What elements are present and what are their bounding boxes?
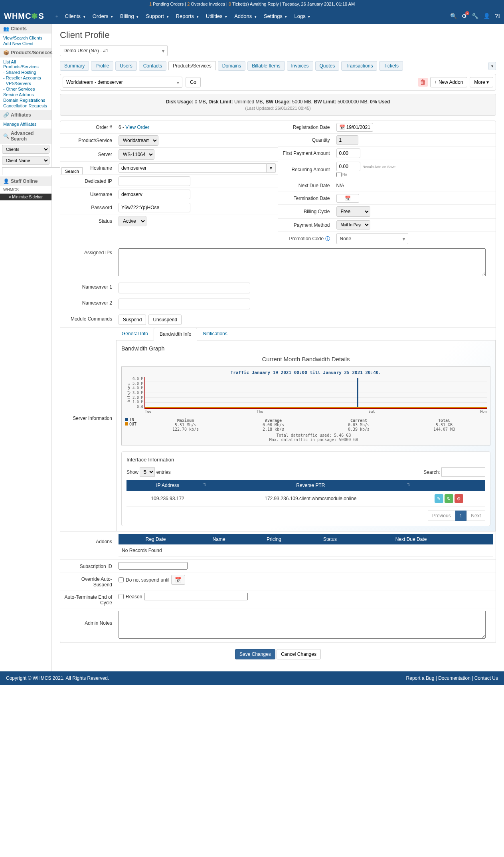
- hostname-dropdown[interactable]: ▾: [267, 163, 276, 173]
- delete-icon[interactable]: ⊘: [455, 494, 463, 503]
- quantity-input[interactable]: [336, 135, 358, 145]
- suspend-date-button[interactable]: 📅: [171, 575, 185, 585]
- cancel-button[interactable]: Cancel Changes: [277, 649, 321, 659]
- termination-date-button[interactable]: 📅: [336, 194, 359, 203]
- payment-method-select[interactable]: Mail In Payment: [336, 220, 370, 230]
- sidebar-link[interactable]: Manage Affiliates: [3, 121, 48, 127]
- tab-quotes[interactable]: Quotes: [315, 61, 340, 71]
- server-select[interactable]: WS-110648 (1/1 A: [119, 149, 154, 160]
- advanced-field-select[interactable]: Client Name: [2, 156, 49, 165]
- nameserver1-input[interactable]: [119, 283, 250, 293]
- nav-support[interactable]: Support ▾: [142, 9, 172, 23]
- nav-utilities[interactable]: Utilities ▾: [203, 9, 231, 23]
- advanced-type-select[interactable]: Clients: [2, 145, 49, 154]
- tab-profile[interactable]: Profile: [91, 61, 113, 71]
- col-actions: [413, 480, 485, 491]
- client-selector[interactable]: Demo User (NA) - #1: [60, 45, 168, 56]
- sidebar-link[interactable]: - Shared Hosting: [3, 69, 48, 75]
- nameserver2-input[interactable]: [119, 299, 250, 309]
- tab-invoices[interactable]: Invoices: [287, 61, 313, 71]
- page-1-button[interactable]: 1: [455, 511, 467, 521]
- sidebar-link[interactable]: - VPS/Servers: [3, 81, 48, 86]
- subtab-nitifications[interactable]: Nitifications: [197, 328, 233, 340]
- first-payment-input[interactable]: [336, 148, 360, 158]
- nav-reports[interactable]: Reports ▾: [173, 9, 202, 23]
- go-button[interactable]: Go: [186, 77, 201, 87]
- nav-logs[interactable]: Logs ▾: [291, 9, 313, 23]
- search-icon[interactable]: 🔍: [450, 13, 457, 19]
- edit-icon[interactable]: ✎: [435, 494, 443, 503]
- tab-productsservices[interactable]: Products/Services: [168, 61, 216, 71]
- nav-plus[interactable]: +: [52, 9, 62, 23]
- tab-tickets[interactable]: Tickets: [379, 61, 403, 71]
- terminate-reason-input[interactable]: [144, 593, 248, 600]
- minimise-sidebar[interactable]: « Minimise Sidebar: [0, 194, 51, 200]
- user-icon[interactable]: 👤: [483, 13, 490, 19]
- sidebar-link[interactable]: Cancellation Requests: [3, 103, 48, 109]
- view-order-link[interactable]: View Order: [125, 125, 149, 130]
- nav-orders[interactable]: Orders ▾: [89, 9, 116, 23]
- tab-transactions[interactable]: Transactions: [341, 61, 377, 71]
- promo-select[interactable]: None: [336, 233, 408, 244]
- new-addon-button[interactable]: + New Addon: [430, 77, 468, 87]
- sidebar-link[interactable]: Service Addons: [3, 92, 48, 97]
- recurring-input[interactable]: [336, 162, 360, 171]
- override-suspend-checkbox[interactable]: [119, 577, 124, 582]
- subtab-bandwidthinfo[interactable]: Bandwidth Info: [154, 328, 197, 340]
- documentation-link[interactable]: Documentation: [438, 675, 470, 681]
- subtab-generalinfo[interactable]: General Info: [116, 328, 154, 340]
- password-input[interactable]: [119, 203, 190, 212]
- sidebar-link[interactable]: - Other Services: [3, 86, 48, 92]
- settings-icon[interactable]: ⚙×: [462, 13, 467, 19]
- tab-billableitems[interactable]: Billable Items: [247, 61, 285, 71]
- sidebar-link[interactable]: View/Search Clients: [3, 35, 48, 41]
- help-icon[interactable]: ?⃝: [495, 13, 500, 19]
- sidebar-link[interactable]: List All Products/Services: [3, 59, 48, 69]
- footer: Copyright © WHMCS 2021. All Rights Reser…: [0, 671, 504, 685]
- nav-addons[interactable]: Addons ▾: [231, 9, 260, 23]
- delete-icon[interactable]: 🗑: [418, 78, 428, 87]
- col-ptr[interactable]: Reverse PTR⇅: [209, 480, 412, 491]
- nav-settings[interactable]: Settings ▾: [261, 9, 291, 23]
- contact-us-link[interactable]: Contact Us: [474, 675, 498, 681]
- sidebar-link[interactable]: - Reseller Accounts: [3, 75, 48, 81]
- entries-select[interactable]: 5: [140, 467, 155, 477]
- iface-search-input[interactable]: [441, 467, 485, 477]
- hostname-input[interactable]: [119, 163, 267, 173]
- nav-billing[interactable]: Billing ▾: [117, 9, 142, 23]
- more-button[interactable]: More ▾: [470, 77, 493, 87]
- col-ip[interactable]: IP Address⇅: [126, 480, 209, 491]
- dedicated-ip-input[interactable]: [119, 176, 190, 186]
- save-button[interactable]: Save Changes: [235, 649, 275, 659]
- next-button[interactable]: Next: [466, 511, 485, 521]
- notice-bar: 1 Pending Orders | 2 Overdue Invoices | …: [0, 0, 504, 8]
- suspend-button[interactable]: Suspend: [119, 315, 146, 325]
- reload-icon[interactable]: ↻: [445, 494, 453, 503]
- logo[interactable]: WHMC✱S: [4, 11, 44, 21]
- report-bug-link[interactable]: Report a Bug: [406, 675, 435, 681]
- sidebar-link[interactable]: Domain Registrations: [3, 97, 48, 103]
- recalc-checkbox[interactable]: [336, 172, 342, 177]
- admin-notes-textarea[interactable]: [119, 611, 486, 639]
- usage-summary: Disk Usage: 0 MB, Disk Limit: Unlimited …: [60, 94, 496, 116]
- wrench-icon[interactable]: 🔧: [472, 13, 478, 19]
- sidebar-link[interactable]: Add New Client: [3, 41, 48, 46]
- nav-clients[interactable]: Clients ▾: [61, 9, 88, 23]
- username-input[interactable]: [119, 190, 190, 199]
- service-selector[interactable]: [63, 77, 182, 88]
- subscription-id-input[interactable]: [119, 562, 188, 570]
- tab-domains[interactable]: Domains: [218, 61, 245, 71]
- tab-contacts[interactable]: Contacts: [139, 61, 166, 71]
- tab-users[interactable]: Users: [115, 61, 136, 71]
- assigned-ips-textarea[interactable]: [119, 248, 486, 276]
- product-select[interactable]: Worldstream: [119, 135, 158, 146]
- unsuspend-button[interactable]: Unsuspend: [148, 315, 182, 325]
- prev-button[interactable]: Previous: [428, 511, 455, 521]
- status-select[interactable]: Active: [119, 216, 146, 226]
- tab-overflow[interactable]: ▾: [488, 62, 496, 70]
- sidebar-products-header: 📦Products/Services: [0, 48, 51, 57]
- auto-terminate-checkbox[interactable]: [119, 594, 124, 599]
- billing-cycle-select[interactable]: Free: [336, 206, 370, 217]
- date-picker-button[interactable]: 📅 19/01/2021: [336, 123, 373, 132]
- tab-summary[interactable]: Summary: [60, 61, 89, 71]
